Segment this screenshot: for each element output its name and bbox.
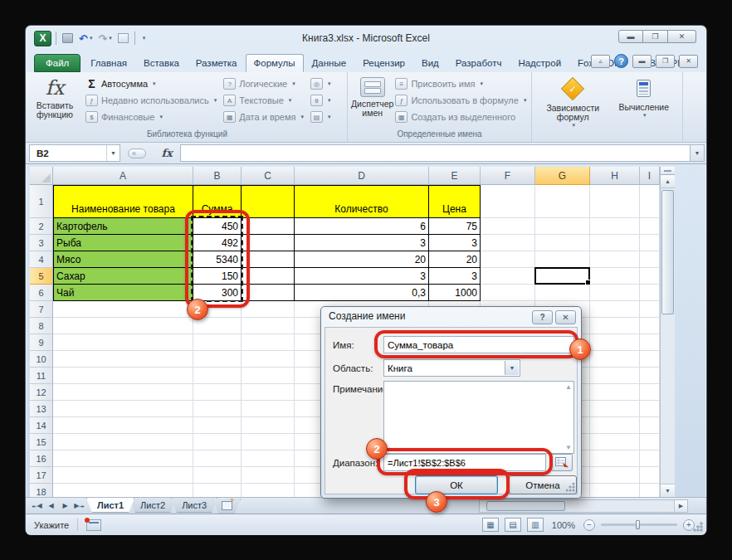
cell-E2[interactable]: 75 <box>429 218 481 235</box>
date-time-button[interactable]: ▦Дата и время▾ <box>223 110 304 124</box>
cell-I5[interactable] <box>640 268 660 285</box>
cell-C14[interactable] <box>242 417 295 434</box>
cell-E5[interactable]: 3 <box>429 268 481 285</box>
range-input[interactable]: =Лист1!$B$2:$B$6 <box>383 454 546 471</box>
ribbon-tab-view[interactable]: Вид <box>413 54 447 72</box>
cell-B16[interactable] <box>193 450 242 467</box>
cell-E1[interactable]: Цена <box>429 185 481 218</box>
cell-G2[interactable] <box>535 218 590 235</box>
cell-A4[interactable]: Мясо <box>53 251 193 268</box>
financial-button[interactable]: $Финансовые▾ <box>85 110 217 124</box>
cell-C6[interactable] <box>242 285 295 301</box>
cell-I8[interactable] <box>640 318 660 334</box>
cell-D3[interactable]: 3 <box>295 235 429 251</box>
cell-B14[interactable] <box>193 417 242 434</box>
cell-I6[interactable] <box>640 285 660 301</box>
cell-B18[interactable] <box>193 484 242 497</box>
expand-formula-bar-button[interactable]: ▼ <box>690 144 705 162</box>
ok-button[interactable]: ОК <box>415 475 498 494</box>
workbook-close-button[interactable]: ✕ <box>679 55 698 68</box>
row-header-18[interactable]: 18 <box>30 484 53 497</box>
save-button[interactable] <box>61 31 75 46</box>
cell-I3[interactable] <box>640 235 660 251</box>
cell-C9[interactable] <box>242 334 295 351</box>
cell-G3[interactable] <box>535 235 590 251</box>
cell-H3[interactable] <box>590 235 640 251</box>
cell-H7[interactable] <box>590 301 640 318</box>
normal-view-button[interactable]: ▦ <box>482 518 499 532</box>
cell-F5[interactable] <box>481 268 535 285</box>
zoom-out-button[interactable]: − <box>583 519 595 531</box>
cell-I12[interactable] <box>640 384 660 401</box>
cell-A9[interactable] <box>53 334 193 351</box>
row-header-6[interactable]: 6 <box>30 285 53 301</box>
workbook-minimize-button[interactable]: ▬ <box>632 55 651 68</box>
row-header-1[interactable]: 1 <box>30 185 53 218</box>
row-header-7[interactable]: 7 <box>30 301 53 318</box>
close-button[interactable]: ✕ <box>668 30 696 43</box>
cell-D2[interactable]: 6 <box>295 218 429 235</box>
cell-D4[interactable]: 20 <box>295 251 429 268</box>
cell-C16[interactable] <box>242 450 295 467</box>
cell-B1[interactable]: Сумма <box>193 185 242 218</box>
scroll-up-arrow-icon[interactable]: ▲ <box>565 383 572 391</box>
formula-auditing-button[interactable]: ✓ Зависимости формул ▾ <box>536 75 609 129</box>
cell-E4[interactable]: 20 <box>429 251 481 268</box>
column-header-B[interactable]: B <box>193 167 242 185</box>
workbook-restore-button[interactable]: ❐ <box>656 55 675 68</box>
cell-B5[interactable]: 150 <box>193 268 242 285</box>
cell-A13[interactable] <box>53 401 193 417</box>
row-header-3[interactable]: 3 <box>30 235 53 251</box>
cell-B10[interactable] <box>193 351 242 368</box>
cell-A12[interactable] <box>53 384 193 401</box>
row-header-17[interactable]: 17 <box>30 467 53 484</box>
ribbon-tab-add-ins[interactable]: Надстрой <box>510 54 569 72</box>
column-header-C[interactable]: C <box>242 167 295 185</box>
row-header-12[interactable]: 12 <box>30 384 53 401</box>
cell-F1[interactable] <box>481 185 535 218</box>
cell-H13[interactable] <box>590 401 640 417</box>
cell-A2[interactable]: Картофель <box>53 218 193 235</box>
cell-B15[interactable] <box>193 434 242 450</box>
cell-B12[interactable] <box>193 384 242 401</box>
insert-function-button[interactable]: fx Вставить функцию <box>31 75 79 127</box>
formula-input[interactable] <box>180 144 690 162</box>
scope-dropdown[interactable]: Книга ▼ <box>383 359 520 377</box>
cell-H12[interactable] <box>590 384 640 401</box>
cell-H16[interactable] <box>590 450 640 467</box>
more-functions-button[interactable]: ▤▾ <box>310 110 331 124</box>
create-from-selection-button[interactable]: ▦Создать из выделенного <box>395 110 526 124</box>
lookup-reference-button[interactable]: ◎▾ <box>310 77 331 90</box>
dialog-help-button[interactable]: ? <box>532 310 553 324</box>
define-name-button[interactable]: ≡Присвоить имя▾ <box>395 77 526 90</box>
cell-D6[interactable]: 0,3 <box>295 285 429 301</box>
scroll-up-button[interactable]: ▲ <box>661 175 675 188</box>
cell-I17[interactable] <box>640 467 660 484</box>
ribbon-tab-insert[interactable]: Вставка <box>135 54 188 72</box>
scroll-down-button[interactable]: ▼ <box>661 484 675 497</box>
cell-F6[interactable] <box>481 285 535 301</box>
formula-bar-oval-button[interactable] <box>128 149 146 158</box>
cell-B17[interactable] <box>193 467 242 484</box>
cell-B9[interactable] <box>193 334 242 351</box>
ribbon-tab-review[interactable]: Рецензир <box>354 54 413 72</box>
cell-I10[interactable] <box>640 351 660 368</box>
ribbon-tab-home[interactable]: Главная <box>82 54 135 72</box>
cell-B3[interactable]: 492 <box>193 235 242 251</box>
zoom-level[interactable]: 100% <box>552 520 575 530</box>
cell-C5[interactable] <box>242 268 295 285</box>
cell-C2[interactable] <box>242 218 295 235</box>
minimize-button[interactable]: ▬ <box>618 30 643 43</box>
name-box[interactable]: B2 ▼ <box>29 144 120 162</box>
cell-I1[interactable] <box>640 185 660 218</box>
row-header-11[interactable]: 11 <box>30 368 53 384</box>
cell-A6[interactable]: Чай <box>53 285 193 301</box>
cell-F3[interactable] <box>481 235 535 251</box>
row-header-14[interactable]: 14 <box>30 417 53 434</box>
cell-B13[interactable] <box>193 401 242 417</box>
row-header-5[interactable]: 5 <box>30 268 53 285</box>
ribbon-tab-developer[interactable]: Разработч <box>447 54 510 72</box>
chevron-down-icon[interactable]: ▼ <box>505 361 519 375</box>
cell-B11[interactable] <box>193 368 242 384</box>
zoom-slider-thumb[interactable] <box>636 520 640 529</box>
